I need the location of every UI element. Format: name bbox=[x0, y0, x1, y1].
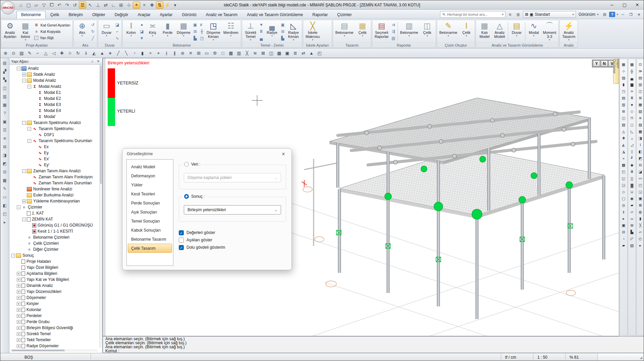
ribbon-button[interactable]: ▤Seçmeli Raporlar bbox=[373, 21, 390, 42]
tool-icon[interactable]: ◬ bbox=[621, 129, 627, 134]
tree-item[interactable]: -≡Çizimler bbox=[9, 204, 102, 210]
menu-tab-görüntü[interactable]: Görüntü bbox=[177, 11, 201, 19]
tool-icon[interactable]: ╳ bbox=[637, 223, 643, 228]
tool-icon[interactable]: ▭ bbox=[637, 176, 643, 181]
tree-item[interactable]: ≡Diğer Çizimler bbox=[9, 246, 102, 252]
dialog-title-bar[interactable]: Görselleştirme ✕ bbox=[122, 148, 291, 159]
qat-icon[interactable]: ⌂ bbox=[17, 1, 24, 9]
tool-icon[interactable]: ⌂ bbox=[629, 135, 635, 141]
tree-item[interactable]: -Tasarım Spektrumu Analizi bbox=[9, 120, 102, 126]
tree-item[interactable]: ∿Ex bbox=[9, 144, 102, 150]
menu-tab-analiz-ve-tasarım[interactable]: Analiz ve Tasarım bbox=[201, 11, 242, 19]
tree-item[interactable]: +Perdeler bbox=[9, 313, 102, 319]
ribbon-button[interactable]: ∿Modal▾ bbox=[526, 21, 541, 42]
tool-icon[interactable]: ✎ bbox=[1, 185, 8, 192]
tool-icon[interactable]: ▓ bbox=[629, 182, 635, 188]
tool-icon[interactable]: ▣ bbox=[283, 49, 291, 57]
tree-item[interactable]: -Analiz bbox=[9, 65, 102, 71]
tree-item[interactable]: +Kolonlar bbox=[9, 307, 102, 313]
ribbon-small-icon[interactable]: ╫ bbox=[199, 28, 205, 35]
tree-item[interactable]: -Sonuç bbox=[9, 252, 102, 258]
tool-icon[interactable]: ◨ bbox=[1, 152, 8, 159]
tool-icon[interactable]: ⇓ bbox=[82, 49, 90, 57]
ribbon-button[interactable]: ⌒Moment 3-3▾ bbox=[541, 21, 557, 42]
veri-radio[interactable] bbox=[184, 162, 189, 167]
tool-icon[interactable]: ✎ bbox=[26, 49, 34, 57]
tool-icon[interactable]: ⊞ bbox=[629, 223, 635, 228]
tree-item[interactable]: +Açıklama Bilgileri bbox=[9, 270, 102, 277]
qat-icon[interactable]: ▾ bbox=[171, 1, 179, 9]
tree-horizontal-scrollbar[interactable] bbox=[11, 349, 98, 352]
tool-icon[interactable]: ◿ bbox=[629, 142, 635, 148]
tool-icon[interactable]: ⊟ bbox=[1, 169, 8, 175]
tool-icon[interactable]: ▮ bbox=[621, 82, 627, 87]
minimize-button[interactable]: ─ bbox=[605, 1, 618, 9]
tool-icon[interactable]: ▤ bbox=[637, 75, 643, 81]
tool-icon[interactable]: ▸ bbox=[637, 243, 643, 248]
tool-icon[interactable]: ▮ bbox=[637, 216, 643, 222]
tool-icon[interactable]: ◲ bbox=[621, 182, 627, 188]
ribbon-small-icon[interactable]: ↻ bbox=[90, 28, 96, 35]
tool-icon[interactable]: ⊟ bbox=[621, 229, 627, 235]
command-search[interactable]: 🔍︎ ▾ bbox=[440, 11, 505, 18]
tool-icon[interactable]: ▤ bbox=[621, 95, 627, 101]
tree-item[interactable]: +Kirişler bbox=[9, 301, 102, 307]
tool-icon[interactable]: ▧ bbox=[621, 122, 627, 128]
tree-item[interactable]: +Statik Analiz bbox=[9, 71, 102, 77]
menu-tab-değiştir[interactable]: Değiştir bbox=[110, 11, 133, 19]
tree-item[interactable]: ≡Betonarme Çizimleri bbox=[9, 234, 102, 240]
dialog-list-item[interactable]: Analiz Modeli bbox=[128, 162, 172, 171]
dialog-list-item[interactable]: Kabuk Sonuçları bbox=[128, 226, 172, 235]
menu-tab-objeler[interactable]: Objeler bbox=[88, 11, 110, 19]
tree-item[interactable]: ∿Zaman Tanım Alanı Fonksiyon bbox=[9, 174, 102, 180]
ribbon-button[interactable]: ◫Çelik▾ bbox=[420, 21, 435, 42]
help-button[interactable]: ? bbox=[609, 12, 615, 17]
ribbon-small-icon[interactable]: ∿ bbox=[114, 35, 120, 41]
tool-icon[interactable]: ◩ bbox=[637, 156, 643, 161]
tool-icon[interactable]: Ⅲ bbox=[629, 95, 635, 101]
tool-icon[interactable]: ▸ bbox=[1, 219, 8, 226]
ribbon-small-icon[interactable]: ▣ bbox=[280, 22, 286, 28]
qat-icon[interactable]: ▱ bbox=[33, 1, 40, 9]
tool-icon[interactable]: ▒ bbox=[629, 176, 635, 181]
ribbon-button[interactable]: ▤Duvar▾ bbox=[509, 21, 524, 42]
tool-icon[interactable]: ▦ bbox=[637, 102, 643, 108]
qat-icon[interactable]: ↷ bbox=[63, 1, 71, 9]
tool-icon[interactable]: ◭ bbox=[621, 142, 627, 148]
ribbon-small-icon[interactable]: ◪ bbox=[139, 28, 145, 35]
dialog-list-item[interactable]: Çelik Tasarım bbox=[128, 244, 172, 253]
tool-icon[interactable]: ◆ bbox=[629, 162, 635, 168]
menu-tab-betonarme[interactable]: Betonarme bbox=[16, 11, 46, 19]
close-panel-icon[interactable]: ✕ bbox=[96, 59, 101, 63]
tool-icon[interactable]: □ bbox=[219, 49, 227, 57]
qat-icon[interactable]: ⇅ bbox=[156, 1, 163, 9]
tool-icon[interactable]: ◇ bbox=[621, 189, 627, 195]
tool-icon[interactable]: ▣ bbox=[637, 196, 643, 201]
tree-vertical-scrollbar[interactable] bbox=[99, 65, 102, 348]
menu-tab-araçlar[interactable]: Araçlar bbox=[133, 11, 155, 19]
tool-icon[interactable]: ◻ bbox=[629, 122, 635, 128]
tool-icon[interactable]: ✕ bbox=[187, 49, 195, 57]
tool-icon[interactable]: ▆ bbox=[629, 82, 635, 87]
tree-item[interactable]: ΣModal E1 bbox=[9, 89, 102, 96]
ribbon-button[interactable]: ≍Kiriş▾ bbox=[145, 21, 160, 42]
3d-viewport[interactable]: Birleşim yetersizlikleri YETERSİZ YETERL… bbox=[103, 58, 619, 336]
qat-icon[interactable]: ⊥ bbox=[94, 1, 102, 9]
tool-icon[interactable]: ╲ bbox=[122, 49, 130, 57]
menu-tab-birleşim[interactable]: Birleşim bbox=[64, 11, 88, 19]
tool-icon[interactable]: ≣ bbox=[291, 49, 299, 57]
tool-icon[interactable]: ▼ bbox=[629, 102, 635, 108]
tree-item[interactable]: +Yapı Düzensizlikleri bbox=[9, 289, 102, 295]
tool-icon[interactable]: × bbox=[147, 49, 154, 57]
ribbon-button[interactable]: ⅠÇelik▾ bbox=[459, 21, 474, 42]
dialog-list-item[interactable]: Temel Sonuçları bbox=[128, 217, 172, 226]
tool-icon[interactable]: ▥ bbox=[637, 82, 643, 87]
tree-item[interactable]: Yapı Özet Bilgileri bbox=[9, 264, 102, 270]
tool-icon[interactable]: ◇ bbox=[629, 109, 635, 114]
tree-item[interactable]: ▣Kesit 1 / 1-1 KESİTİ bbox=[9, 228, 102, 234]
tool-icon[interactable]: ▩ bbox=[637, 129, 643, 134]
tool-icon[interactable]: ▦ bbox=[1, 102, 8, 108]
command-line-area[interactable]: Ana elemanları seçin. (Bitirmek için sağ… bbox=[103, 336, 644, 353]
ribbon-button[interactable]: ⚡Analiz Tasarım▾ bbox=[561, 21, 577, 42]
tool-icon[interactable]: ∤ bbox=[163, 49, 170, 57]
